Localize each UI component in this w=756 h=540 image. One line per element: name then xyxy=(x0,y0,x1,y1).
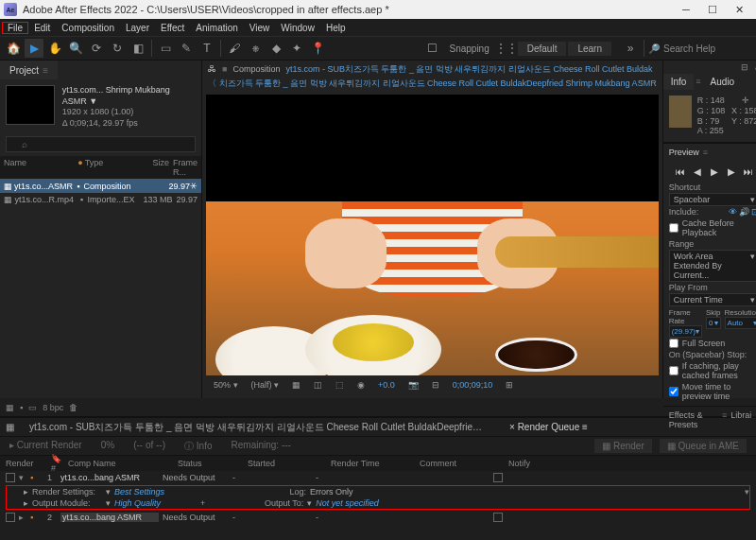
snapshot-icon[interactable]: 📷 xyxy=(404,380,422,390)
snapping-icon[interactable]: ⋮⋮ xyxy=(497,39,516,58)
clone-tool[interactable]: ⎈ xyxy=(246,39,265,58)
rotate-tool[interactable]: ↻ xyxy=(108,39,127,58)
selection-tool[interactable]: ▶ xyxy=(25,39,43,58)
snapping-toggle[interactable]: ☐ xyxy=(422,39,441,58)
orbit-tool[interactable]: ⟳ xyxy=(87,39,106,58)
color-icon[interactable]: ◉ xyxy=(353,380,369,390)
maximize-button[interactable]: ☐ xyxy=(699,0,726,19)
playfrom-dropdown[interactable]: Current Time▾ xyxy=(669,293,756,306)
app-icon: Ae xyxy=(4,3,17,16)
menu-composition[interactable]: Composition xyxy=(56,22,120,34)
home-tool[interactable]: 🏠 xyxy=(4,39,23,58)
timeline-tab-comp[interactable]: yt1s.com - SUB치즈가득 두툼한 _ 음면 먹방 새우튀김까지 리얼… xyxy=(22,419,494,436)
audio-tab[interactable]: Audio xyxy=(703,74,743,90)
eraser-tool[interactable]: ◆ xyxy=(266,39,285,58)
preview-title: Preview xyxy=(669,148,699,157)
framerate-dropdown[interactable]: (29.97)▾ xyxy=(669,325,702,338)
render-check-1[interactable] xyxy=(6,473,15,482)
render-item-1[interactable]: ▾ ▪ 1 yt1s.co...bang ASMR Needs Output -… xyxy=(0,471,756,510)
project-row-footage[interactable]: ▦ yt1s.co...R.mp4 ▪ Importe...EX 133 MB … xyxy=(0,193,201,206)
pen-tool[interactable]: ✎ xyxy=(177,39,196,58)
range-dropdown[interactable]: Work Area Extended By Current...▾ xyxy=(669,250,756,282)
puppet-tool[interactable]: 📍 xyxy=(308,39,327,58)
first-frame-button[interactable]: ⏮ xyxy=(674,165,687,178)
mask-icon[interactable]: ◫ xyxy=(310,380,326,390)
render-button[interactable]: ▦ Render xyxy=(594,439,652,453)
close-button[interactable]: ✕ xyxy=(726,0,752,19)
res-menu[interactable]: (Half) ▾ xyxy=(248,380,284,390)
project-search-input[interactable] xyxy=(6,136,196,152)
rect-tool[interactable]: ▭ xyxy=(156,39,175,58)
last-frame-button[interactable]: ⏭ xyxy=(742,165,755,178)
project-row-comp[interactable]: ▦ yt1s.co...ASMR ▪ Composition 29.97 ⚹ xyxy=(0,179,201,193)
info-tab[interactable]: Info xyxy=(663,74,695,90)
camera-tool[interactable]: ◧ xyxy=(129,39,147,58)
menu-effect[interactable]: Effect xyxy=(155,22,190,34)
region-icon[interactable]: ⊟ xyxy=(428,380,443,390)
search-help[interactable]: 🔎 Search Help xyxy=(648,44,752,54)
menu-help[interactable]: Help xyxy=(320,22,352,34)
layouts-menu[interactable]: » xyxy=(621,39,640,58)
log-dropdown[interactable]: Errors Only xyxy=(310,487,353,496)
menu-animation[interactable]: Animation xyxy=(190,22,243,34)
exposure[interactable]: +0.0 xyxy=(374,380,399,390)
menu-edit[interactable]: Edit xyxy=(28,22,56,34)
channel-icon[interactable]: ⬚ xyxy=(332,380,348,390)
panel-menu-icon[interactable]: ⊟ xyxy=(741,62,748,72)
timeline-tab-renderqueue[interactable]: × Render Queue ≡ xyxy=(502,420,595,434)
comp-tab-title[interactable]: yt1s.com - SUB치즈가득 두툼한 _ 음면 먹방 새우튀김까지 리얼… xyxy=(285,63,652,76)
ifcaching-checkbox[interactable] xyxy=(669,366,679,375)
bpc-label[interactable]: 8 bpc xyxy=(43,403,63,412)
play-button[interactable]: ▶ xyxy=(708,165,721,178)
next-frame-button[interactable]: ▶ xyxy=(725,165,738,178)
text-tool[interactable]: T xyxy=(198,39,216,58)
xy-values: ✛ X : 158Y : 872 xyxy=(731,96,756,136)
layout-learn[interactable]: Learn xyxy=(568,42,611,56)
include-video-icon[interactable]: 👁 xyxy=(728,207,737,217)
hand-tool[interactable]: ✋ xyxy=(45,39,64,58)
roto-tool[interactable]: ✦ xyxy=(287,39,306,58)
menu-view[interactable]: View xyxy=(244,22,276,34)
render-settings-link[interactable]: Best Settings xyxy=(114,487,164,496)
brush-tool[interactable]: 🖌 xyxy=(225,39,244,58)
menu-file[interactable]: File xyxy=(2,22,28,34)
render-item-2[interactable]: ▸ ▪ 2 yt1s.co...bang ASMR Needs Output -… xyxy=(0,511,756,524)
comp-subtab[interactable]: 〈 치즈가득 두툼한 _ 음면 먹방 새우튀김까지 리얼사운드 Cheese R… xyxy=(202,78,662,91)
movetime-checkbox[interactable] xyxy=(669,387,679,396)
view-icon[interactable]: ⊞ xyxy=(502,380,517,390)
prev-frame-button[interactable]: ◀ xyxy=(691,165,704,178)
timeline-icon[interactable]: ▦ xyxy=(6,422,14,432)
project-thumbnail xyxy=(6,85,55,125)
include-audio-icon[interactable]: 🔊 xyxy=(739,207,748,217)
render-check-2[interactable] xyxy=(6,513,15,522)
proj-tool-3[interactable]: ▭ xyxy=(28,403,37,412)
resolution-dropdown[interactable]: Auto▾ xyxy=(725,317,756,329)
notify-check-1[interactable] xyxy=(493,473,503,482)
render-info-btn[interactable]: ⓘ Info xyxy=(184,440,212,453)
menu-layer[interactable]: Layer xyxy=(120,22,155,34)
skip-dropdown[interactable]: 0▾ xyxy=(706,317,721,329)
flow-icon[interactable]: ⚹ xyxy=(190,181,198,191)
queue-ame-button[interactable]: ▦ Queue in AME xyxy=(660,439,747,453)
grid-icon[interactable]: ▦ xyxy=(288,380,304,390)
notify-check-2[interactable] xyxy=(493,513,503,522)
output-to-link[interactable]: Not yet specified xyxy=(316,498,379,508)
menu-window[interactable]: Window xyxy=(275,22,320,34)
fullscreen-checkbox[interactable] xyxy=(669,339,679,348)
zoom-tool[interactable]: 🔍 xyxy=(66,39,85,58)
viewer-canvas[interactable] xyxy=(206,95,659,375)
comp-flow-icon[interactable]: 🖧 xyxy=(208,64,216,74)
output-module-link[interactable]: High Quality xyxy=(114,498,161,508)
zoom-menu[interactable]: 50% ▾ xyxy=(210,380,242,390)
proj-tool-2[interactable]: ▪ xyxy=(20,403,23,412)
project-tab[interactable]: Project ≡ xyxy=(0,61,58,79)
shortcut-dropdown[interactable]: Spacebar▾ xyxy=(669,193,756,206)
layout-default[interactable]: Default xyxy=(518,42,567,56)
minimize-button[interactable]: ─ xyxy=(673,0,699,19)
include-overlay-icon[interactable]: ⊡ xyxy=(750,207,756,217)
add-output-button[interactable]: + xyxy=(200,498,205,508)
proj-tool-4[interactable]: 🗑 xyxy=(69,403,77,412)
proj-tool-1[interactable]: ▦ xyxy=(6,403,14,412)
cache-checkbox[interactable] xyxy=(669,223,679,233)
timecode[interactable]: 0;00;09;10 xyxy=(449,380,497,390)
